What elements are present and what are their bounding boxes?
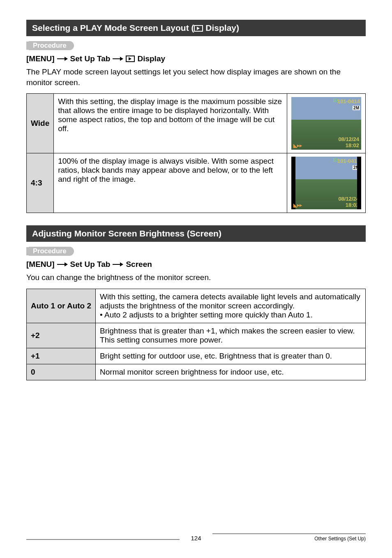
row-desc-auto: With this setting, the camera detects av… [96,289,366,323]
footer-section-label: Other Settings (Set Up) [314,536,366,542]
thumb-id-text: 101-0414 [337,158,360,164]
arrow-icon [113,56,123,61]
table-row: Auto 1 or Auto 2 With this setting, the … [27,289,366,323]
procedure-label: Procedure [26,247,366,256]
row-desc-43: 100% of the display image is always visi… [54,153,287,213]
page-number: 124 [180,535,212,542]
row-desc-wide: With this setting, the display image is … [54,94,287,153]
thumb-size-badge: 2M [353,106,360,110]
table-row: +1 Bright setting for outdoor use, etc. … [27,348,366,364]
brightness-table: Auto 1 or Auto 2 With this setting, the … [26,289,366,380]
play-icon [194,25,203,32]
thumb-wide-cell: 101-0414 2M ◣▸▸ 08/12/24 18:02 [287,94,366,153]
path-setuptab: Set Up Tab [70,54,111,63]
thumb-id-text: 101-0414 [337,98,360,104]
section-heading-brightness: Adjusting Monitor Screen Brightness (Scr… [26,225,366,242]
menu-path-display: [MENU] Set Up Tab Display [26,54,366,63]
path-display: Display [137,54,165,63]
thumb-date: 08/12/24 [338,136,359,142]
svg-marker-1 [65,57,68,61]
svg-marker-5 [65,262,68,266]
intro-text-display: The PLAY mode screen layout settings let… [26,67,366,88]
arrow-icon [57,56,68,61]
row-label-plus1: +1 [27,348,96,364]
path-menu: [MENU] [26,54,55,63]
path-screen: Screen [126,260,152,269]
table-row: 4:3 100% of the display image is always … [27,153,366,213]
row-label-43: 4:3 [27,153,54,213]
row-desc-plus1: Bright setting for outdoor use, etc. Bri… [96,348,366,364]
path-setuptab: Set Up Tab [70,260,111,269]
thumb-size-badge: 2M [353,165,360,170]
row-desc-plus2: Brightness that is greater than +1, whic… [96,323,366,348]
thumb-corner-icon: ◣▸▸ [293,202,302,208]
thumb-time: 18:02 [346,142,359,148]
footer-rule [26,539,180,540]
table-row: 0 Normal monitor screen brightness for i… [27,364,366,380]
table-row: +2 Brightness that is greater than +1, w… [27,323,366,348]
svg-marker-3 [120,57,123,61]
play-icon [333,99,337,102]
arrow-icon [57,262,68,267]
footer-rule [212,533,366,534]
intro-text-screen: You can change the brightness of the mon… [26,272,366,283]
play-icon [333,158,337,162]
procedure-pill: Procedure [29,41,74,50]
arrow-icon [113,262,123,267]
thumb-43-cell: 101-0414 2M ◣▸▸ 08/12/24 18:02 [287,153,366,213]
row-label-wide: Wide [27,94,54,153]
table-row: Wide With this setting, the display imag… [27,94,366,153]
menu-path-screen: [MENU] Set Up Tab Screen [26,260,366,269]
row-label-auto: Auto 1 or Auto 2 [27,289,96,323]
svg-marker-7 [120,262,123,266]
thumbnail-wide: 101-0414 2M ◣▸▸ 08/12/24 18:02 [291,97,361,150]
procedure-pill: Procedure [29,247,74,256]
row-bullet-auto: • Auto 2 adjusts to a brighter setting m… [100,310,361,320]
thumb-corner-icon: ◣▸▸ [293,143,302,148]
thumb-date: 08/12/24 [338,196,359,202]
row-desc-zero: Normal monitor screen brightness for ind… [96,364,366,380]
thumb-time: 18:02 [346,202,359,208]
play-layout-table: Wide With this setting, the display imag… [26,93,366,213]
thumbnail-43: 101-0414 2M ◣▸▸ 08/12/24 18:02 [291,157,361,209]
play-icon [126,56,135,62]
procedure-label: Procedure [26,41,366,50]
path-menu: [MENU] [26,260,55,269]
row-label-zero: 0 [27,364,96,380]
section-heading-play-layout: Selecting a PLAY Mode Screen Layout ( Di… [26,20,366,36]
row-label-plus2: +2 [27,323,96,348]
page-footer: 124 Other Settings (Set Up) [26,532,366,542]
